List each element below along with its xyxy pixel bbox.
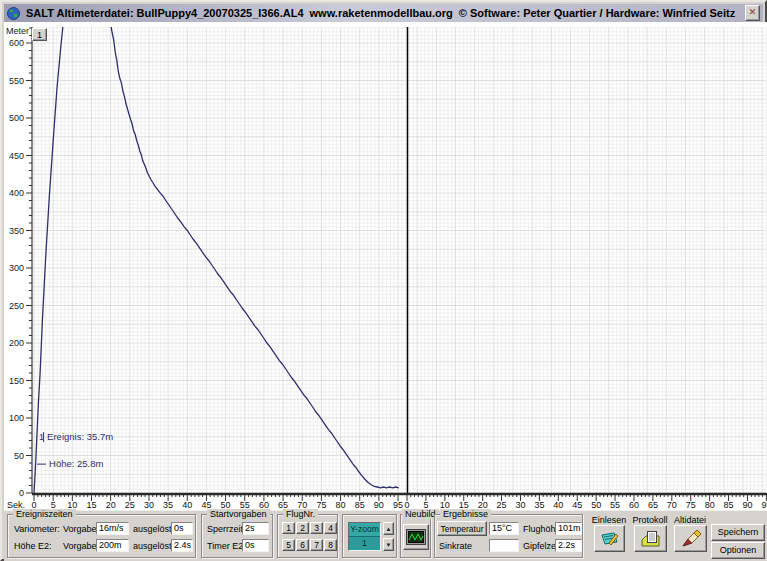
- yzoom-up-button[interactable]: ▲: [383, 522, 394, 535]
- yzoom-value: 1: [349, 537, 380, 550]
- altidatei-label: Altidatei: [670, 515, 710, 525]
- hoehe-e2-vorgabe-label: Vorgabe: [63, 541, 97, 551]
- flugnr-button-1[interactable]: 1: [282, 522, 295, 534]
- sperrzeit-field[interactable]: 2s: [242, 522, 269, 535]
- y-tick-label: 300: [9, 263, 24, 273]
- y-axis-title: Meter: [6, 26, 29, 36]
- y-tick-label: 600: [9, 38, 24, 48]
- yzoom-header: Y-zoom: [349, 523, 380, 537]
- flugnr-button-8[interactable]: 8: [324, 539, 337, 551]
- y-tick-label: 350: [9, 226, 24, 236]
- printer-document-icon: [640, 530, 661, 547]
- x-tick-label: 20: [106, 500, 116, 510]
- y-tick-label: 50: [14, 451, 24, 461]
- flugnr-button-3[interactable]: 3: [310, 522, 323, 534]
- variometer-ausgeloest-label: ausgelöst: [133, 524, 172, 534]
- control-panel: Ereigniszeiten Variometer: Vorgabe 16m/s…: [4, 510, 767, 561]
- x-tick-label: 35: [534, 500, 544, 510]
- y-tick-label: 550: [9, 76, 24, 86]
- y-tick-label: 450: [9, 151, 24, 161]
- x-tick-label: 40: [182, 500, 192, 510]
- read-file-icon: [600, 530, 620, 547]
- flight-select-button[interactable]: 1: [32, 28, 47, 41]
- x-tick-label: 60: [629, 500, 639, 510]
- altitude-chart: 050100150200250300350400450500550600Mete…: [4, 22, 767, 510]
- title-credits: © Software: Peter Quartier / Hardware: W…: [459, 7, 735, 19]
- group-ereigniszeiten-label: Ereigniszeiten: [13, 509, 76, 519]
- window-title: SALT Altimeterdatei: BullPuppy4_20070325…: [26, 7, 304, 19]
- optionen-button[interactable]: Optionen: [711, 542, 765, 559]
- group-ereigniszeiten: Ereigniszeiten Variometer: Vorgabe 16m/s…: [7, 514, 196, 558]
- annotation-text: Ereignis: 35.7m: [47, 431, 113, 442]
- einlesen-label: Einlesen: [590, 515, 628, 525]
- x-tick-label: 50: [591, 500, 601, 510]
- x-tick-label: 30: [144, 500, 154, 510]
- x-tick-label: 85: [724, 500, 734, 510]
- x-tick-label: 15: [86, 500, 96, 510]
- x-tick-label: 65: [648, 500, 658, 510]
- y-tick-label: 200: [9, 338, 24, 348]
- group-startvorgaben-label: Startvorgaben: [207, 509, 270, 519]
- yzoom-listbox[interactable]: Y-zoom 1: [348, 522, 381, 551]
- y-tick-label: 500: [9, 113, 24, 123]
- timer-e2-field[interactable]: 0s: [242, 539, 269, 552]
- timer-e2-label: Timer E2: [207, 541, 243, 551]
- screen-waveform-icon: [406, 529, 426, 545]
- rocket-pen-icon: [681, 530, 701, 548]
- annotation-text: Höhe: 25.8m: [49, 458, 103, 469]
- temperatur-field[interactable]: 15°C: [489, 522, 519, 535]
- speichern-button[interactable]: Speichern: [711, 524, 765, 541]
- x-tick-label: 80: [705, 500, 715, 510]
- variometer-ausgeloest-field[interactable]: 0s: [171, 522, 193, 535]
- flughoehe-field[interactable]: 101m: [555, 522, 582, 535]
- neubild-button[interactable]: [403, 524, 429, 550]
- group-neubild: Neubild: [400, 514, 431, 558]
- hoehe-e2-ausgeloest-label: ausgelöst: [133, 541, 172, 551]
- altitude-chart-svg: 050100150200250300350400450500550600Mete…: [4, 22, 767, 510]
- sinkrate-field[interactable]: [489, 539, 519, 552]
- sinkrate-label: Sinkrate: [439, 541, 472, 551]
- hoehe-e2-ausgeloest-field[interactable]: 2.4s: [171, 539, 193, 552]
- protokoll-button[interactable]: [634, 525, 667, 552]
- einlesen-button[interactable]: [594, 525, 625, 552]
- x-tick-label: 55: [610, 500, 620, 510]
- flugnr-button-5[interactable]: 5: [282, 539, 295, 551]
- gipfelzeit-field[interactable]: 2.2s: [555, 539, 582, 552]
- x-tick-label: 25: [497, 500, 507, 510]
- x-tick-label: 40: [553, 500, 563, 510]
- x-tick-label: 45: [572, 500, 582, 510]
- flugnr-button-2[interactable]: 2: [296, 522, 309, 534]
- x-tick-label: 95: [761, 500, 767, 510]
- x-tick-label: 70: [667, 500, 677, 510]
- flugnr-button-7[interactable]: 7: [310, 539, 323, 551]
- x-tick-label: 25: [125, 500, 135, 510]
- close-button[interactable]: ✕: [745, 5, 760, 21]
- y-tick-label: 250: [9, 301, 24, 311]
- x-tick-label: 30: [515, 500, 525, 510]
- title-website: www.raketenmodellbau.org: [310, 7, 453, 19]
- group-startvorgaben: Startvorgaben Sperrzeit 2s Timer E2 0s: [201, 514, 273, 558]
- title-bar: SALT Altimeterdatei: BullPuppy4_20070325…: [4, 4, 763, 22]
- app-window: SALT Altimeterdatei: BullPuppy4_20070325…: [0, 0, 767, 561]
- annotation-marker: 1: [39, 432, 44, 442]
- group-yzoom: Y-zoom 1 ▲ ▼: [342, 514, 397, 558]
- x-tick-label: 90: [742, 500, 752, 510]
- yzoom-down-button[interactable]: ▼: [383, 538, 394, 551]
- temperatur-button[interactable]: Temperatur: [437, 521, 487, 536]
- flugnr-button-6[interactable]: 6: [296, 539, 309, 551]
- hoehe-e2-label: Höhe E2:: [14, 541, 52, 551]
- group-flugnr: FlugNr. 1 2 3 4 5 6 7 8: [277, 514, 338, 558]
- altidatei-button[interactable]: [674, 525, 707, 552]
- group-flugnr-label: FlugNr.: [283, 509, 318, 519]
- variometer-vorgabe-field[interactable]: 16m/s: [96, 522, 129, 535]
- y-tick-label: 100: [9, 413, 24, 423]
- protokoll-label: Protokoll: [630, 515, 670, 525]
- hoehe-e2-vorgabe-field[interactable]: 200m: [96, 539, 129, 552]
- x-tick-label: 80: [336, 500, 346, 510]
- x-tick-label: 85: [355, 500, 365, 510]
- x-tick-label: 75: [686, 500, 696, 510]
- flugnr-button-4[interactable]: 4: [324, 522, 337, 534]
- x-tick-label: 90: [374, 500, 384, 510]
- variometer-label: Variometer:: [14, 524, 60, 534]
- app-globe-icon: [7, 7, 20, 20]
